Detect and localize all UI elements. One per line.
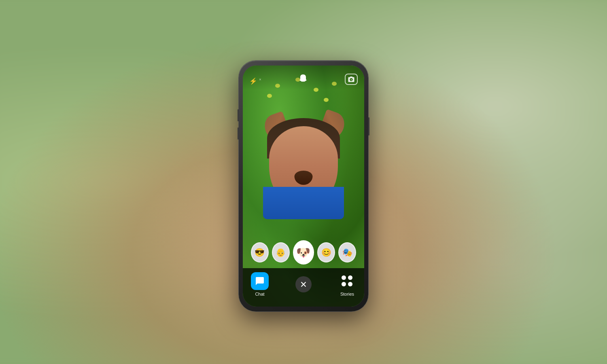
volume-up-button[interactable]	[238, 109, 239, 121]
face-with-filter	[263, 106, 344, 219]
stories-button[interactable]: Stories	[338, 272, 356, 296]
flash-icon[interactable]: ⚡ ×	[249, 77, 261, 85]
stories-label: Stories	[340, 292, 354, 296]
stories-dot-4	[348, 282, 352, 286]
close-circle-button[interactable]	[295, 276, 312, 292]
filter-sticker[interactable]: 🎭	[338, 242, 356, 262]
flash-symbol: ⚡	[249, 78, 257, 85]
power-button[interactable]	[368, 117, 369, 135]
camera-viewfinder[interactable]: ⚡ × 😎	[243, 66, 364, 307]
chat-icon-circle	[251, 272, 269, 290]
filter-selector-row: 😎 👴 🐶 😊 🎭	[243, 239, 364, 266]
chat-label: Chat	[255, 292, 264, 296]
snapchat-top-bar: ⚡ ×	[243, 66, 364, 90]
flip-camera-icon[interactable]	[345, 74, 358, 85]
chat-button[interactable]: Chat	[251, 272, 269, 296]
filter-sunglasses[interactable]: 😎	[251, 242, 269, 262]
lemon-6	[324, 98, 329, 102]
ghost-svg	[299, 74, 308, 83]
person-shirt	[263, 187, 344, 219]
stories-icon	[338, 272, 356, 290]
snapchat-bottom-bar: Chat Stories	[243, 268, 364, 307]
chat-svg-icon	[255, 276, 265, 286]
filter-old-face[interactable]: 👴	[272, 242, 290, 262]
stories-dots-grid	[342, 275, 353, 287]
phone-device: ⚡ × 😎	[239, 61, 368, 311]
stories-dot-2	[348, 275, 352, 280]
stories-dot-3	[342, 282, 346, 286]
stories-dot-1	[342, 275, 346, 280]
snapchat-ghost-logo	[299, 74, 308, 85]
flash-off-symbol: ×	[259, 77, 261, 82]
filter-smile-face[interactable]: 😊	[317, 242, 335, 262]
volume-down-button[interactable]	[238, 127, 239, 140]
close-filter-button[interactable]	[295, 276, 312, 292]
flip-camera-svg	[348, 76, 355, 83]
lemon-4	[267, 94, 272, 98]
filter-dog-active[interactable]: 🐶	[293, 240, 314, 265]
phone-screen: ⚡ × 😎	[243, 66, 364, 307]
